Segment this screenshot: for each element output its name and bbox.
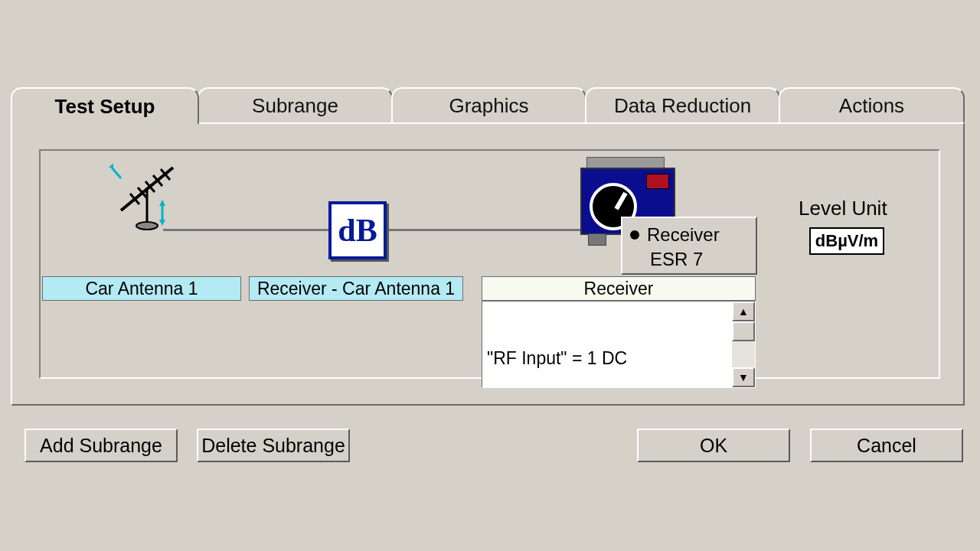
tab-notch — [12, 122, 196, 126]
tab-label: Test Setup — [55, 95, 155, 119]
instrument-base — [588, 233, 606, 246]
tab-graphics[interactable]: Graphics — [391, 87, 586, 124]
signal-chain-frame: dB Receiver ESR 7 Level Unit dBµV/m C — [39, 149, 940, 379]
listbox-scrollbar[interactable]: ▲ ▼ — [732, 302, 755, 387]
db-text: dB — [338, 212, 377, 249]
db-attenuation-icon[interactable]: dB — [328, 201, 387, 259]
delete-subrange-button[interactable]: Delete Subrange — [197, 429, 350, 462]
scroll-up-button[interactable]: ▲ — [732, 302, 755, 321]
svg-line-8 — [112, 168, 121, 178]
tab-label: Graphics — [449, 94, 528, 118]
receiver-label-chip[interactable]: Receiver — [482, 276, 756, 301]
tab-actions[interactable]: Actions — [779, 87, 965, 124]
tab-test-setup[interactable]: Test Setup — [11, 87, 199, 124]
instrument-screen — [646, 174, 669, 189]
path-label-chip[interactable]: Receiver - Car Antenna 1 — [249, 276, 463, 301]
chevron-up-icon: ▲ — [738, 301, 749, 322]
tooltip-line2: ESR 7 — [630, 247, 748, 272]
tab-label: Subrange — [252, 94, 338, 118]
scroll-thumb[interactable] — [732, 321, 755, 341]
level-unit-value[interactable]: dBµV/m — [809, 227, 884, 255]
antenna-label-chip[interactable]: Car Antenna 1 — [42, 276, 241, 301]
tooltip-line1: Receiver — [647, 223, 720, 247]
cancel-button[interactable]: Cancel — [810, 429, 963, 462]
scroll-down-button[interactable]: ▼ — [732, 367, 755, 387]
tab-data-reduction[interactable]: Data Reduction — [585, 87, 780, 124]
chevron-down-icon: ▼ — [738, 367, 749, 388]
receiver-tooltip: Receiver ESR 7 — [621, 217, 757, 275]
antenna-icon — [106, 157, 185, 233]
list-item: "RF Input" = 1 DC — [487, 347, 729, 369]
scroll-track[interactable] — [732, 341, 755, 367]
add-subrange-button[interactable]: Add Subrange — [24, 429, 178, 462]
tab-subrange[interactable]: Subrange — [198, 87, 393, 124]
ok-button[interactable]: OK — [637, 429, 790, 462]
signal-line — [163, 229, 653, 231]
tab-panel: dB Receiver ESR 7 Level Unit dBµV/m C — [11, 122, 965, 406]
listbox-content: "RF Input" = 1 DC "No. of Repetitions" =… — [487, 305, 729, 388]
tab-strip: Test Setup Subrange Graphics Data Reduct… — [11, 87, 965, 124]
level-unit-caption: Level Unit — [799, 197, 887, 220]
tab-label: Actions — [839, 94, 904, 118]
bullet-icon — [630, 230, 639, 240]
tab-label: Data Reduction — [614, 94, 751, 118]
svg-point-1 — [136, 222, 158, 230]
receiver-settings-listbox[interactable]: "RF Input" = 1 DC "No. of Repetitions" =… — [482, 301, 756, 388]
